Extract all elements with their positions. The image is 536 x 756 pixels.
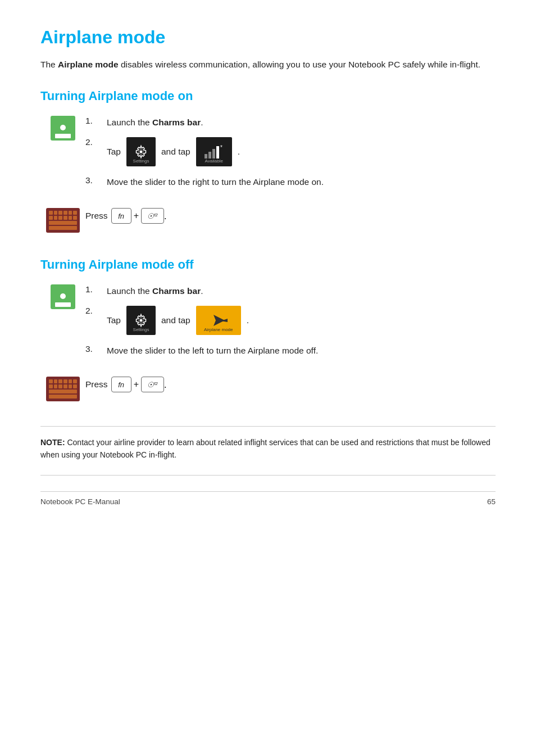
svg-point-10 (140, 319, 143, 322)
key-plus-on: + (134, 211, 139, 221)
footer: Notebook PC E-Manual 65 (40, 491, 496, 506)
kb-key-6 (73, 211, 77, 215)
win-icon-off (40, 284, 85, 309)
heading-airplane-off: Turning Airplane mode off (40, 257, 496, 272)
f2-sub-on: ☉f2 (147, 212, 158, 220)
step-on-3-content: Move the slider to the right to turn the… (107, 175, 496, 189)
airplane-mode-label-off: Airplane mode (204, 327, 233, 333)
steps-on-block: 1. Launch the Charms bar. 2. Tap (40, 116, 496, 197)
step-on-1-num: 1. (85, 116, 107, 126)
fn-key-off: fn (111, 377, 131, 392)
step-on-2: 2. Tap Settings (85, 137, 496, 168)
kb-key-3 (58, 211, 62, 215)
press-off-block: Press fn + ☉f2 . (40, 377, 496, 406)
step-off-2: 2. Tap Settings (85, 306, 496, 336)
svg-rect-6 (216, 146, 219, 159)
f2-sub-off: ☉f2 (147, 381, 158, 389)
charms-bar-bold-off: Charms bar (152, 286, 201, 296)
kb-spacebar-on (49, 221, 77, 225)
step-on-2-content: Tap Settings and tap (107, 137, 496, 168)
section-airplane-off: Turning Airplane mode off 1. Launch the … (40, 257, 496, 406)
windows-start-icon-off (51, 284, 75, 309)
step-off-1-num: 1. (85, 284, 107, 295)
kb-key-8 (54, 216, 58, 220)
win-icon-dot-off (60, 293, 66, 299)
step-off-3-num: 3. (85, 344, 107, 354)
press-off-period: . (164, 379, 167, 391)
note-bold: NOTE: (40, 438, 65, 447)
press-on-steps: Press fn + ☉f2 . (85, 208, 496, 237)
step-off-1: 1. Launch the Charms bar. (85, 284, 496, 298)
kb-key-12 (73, 216, 77, 220)
tap-row-off: Tap Settings and tap (107, 306, 496, 335)
footer-right: 65 (487, 497, 496, 506)
tap-row-on: Tap Settings and tap (107, 137, 496, 166)
kb-row-on (49, 226, 77, 230)
kb-key-4 (63, 211, 67, 215)
kb-key-7 (49, 216, 53, 220)
intro-bold: Airplane mode (58, 60, 119, 69)
press-off-row: Press fn + ☉f2 . (85, 377, 496, 392)
win-icon-bar-off (55, 302, 71, 307)
heading-airplane-on: Turning Airplane mode on (40, 89, 496, 103)
footer-left: Notebook PC E-Manual (40, 497, 120, 506)
press-on-row: Press fn + ☉f2 . (85, 208, 496, 224)
steps-on-col: 1. Launch the Charms bar. 2. Tap (85, 116, 496, 197)
settings-button-on: Settings (126, 137, 156, 166)
kb-key-2 (54, 211, 58, 215)
press-off-steps: Press fn + ☉f2 . (85, 377, 496, 406)
step-on-1: 1. Launch the Charms bar. (85, 116, 496, 129)
f2-key-on: ☉f2 (141, 208, 164, 224)
press-on-period: . (164, 210, 167, 222)
step-on-1-content: Launch the Charms bar. (107, 116, 496, 129)
step-on-2-num: 2. (85, 137, 107, 147)
svg-text:*: * (220, 144, 222, 151)
available-label-on: Available (205, 158, 223, 165)
step-off-1-content: Launch the Charms bar. (107, 284, 496, 298)
press-off-label: Press (85, 379, 108, 390)
note-divider-bottom (40, 475, 496, 476)
step-off-2-num: 2. (85, 306, 107, 316)
step-off-3-content: Move the slider to the left to turn the … (107, 344, 496, 357)
note-block: NOTE: Contact your airline provider to l… (40, 437, 496, 461)
kb-icon-off-col (40, 377, 85, 401)
period-off-2: . (247, 314, 249, 327)
f2-key-off: ☉f2 (141, 377, 164, 392)
step-on-3: 3. Move the slider to the right to turn … (85, 175, 496, 189)
period-on-2: . (238, 145, 240, 159)
step-off-2-content: Tap Settings and tap (107, 306, 496, 336)
win-icon-dot (60, 125, 66, 130)
windows-start-icon (51, 116, 75, 141)
available-button-on: * Available (196, 137, 232, 166)
steps-off-col: 1. Launch the Charms bar. 2. Tap (85, 284, 496, 365)
svg-point-2 (140, 151, 143, 153)
tap-label-on: Tap (107, 145, 121, 159)
kb-key-11 (69, 216, 72, 220)
step-off-3: 3. Move the slider to the left to turn t… (85, 344, 496, 357)
key-plus-off: + (134, 379, 139, 390)
kb-key-1 (49, 211, 53, 215)
settings-button-off: Settings (126, 306, 156, 335)
steps-off-block: 1. Launch the Charms bar. 2. Tap (40, 284, 496, 365)
keyboard-icon-off (46, 377, 80, 401)
press-on-block: Press fn + ☉f2 . (40, 208, 496, 237)
win-icon-on (40, 116, 85, 141)
tap-label-off: Tap (107, 314, 121, 327)
svg-rect-5 (212, 149, 215, 159)
page-title: Airplane mode (40, 27, 496, 48)
kb-icon-on-col (40, 208, 85, 233)
kb-key-5 (69, 211, 72, 215)
intro-paragraph: The Airplane mode disables wireless comm… (40, 58, 496, 71)
settings-label-off: Settings (133, 327, 149, 333)
win-icon-bar (55, 134, 71, 138)
and-tap-label-off: and tap (161, 314, 190, 327)
and-tap-label-on: and tap (161, 145, 190, 159)
kb-key-10 (63, 216, 67, 220)
fn-key-on: fn (111, 208, 131, 224)
step-on-3-num: 3. (85, 175, 107, 185)
keyboard-icon-on (46, 208, 80, 233)
kb-key-9 (58, 216, 62, 220)
note-text: Contact your airline provider to learn a… (40, 438, 490, 459)
note-divider-top (40, 426, 496, 427)
airplane-mode-button-off: Airplane mode (196, 306, 241, 335)
